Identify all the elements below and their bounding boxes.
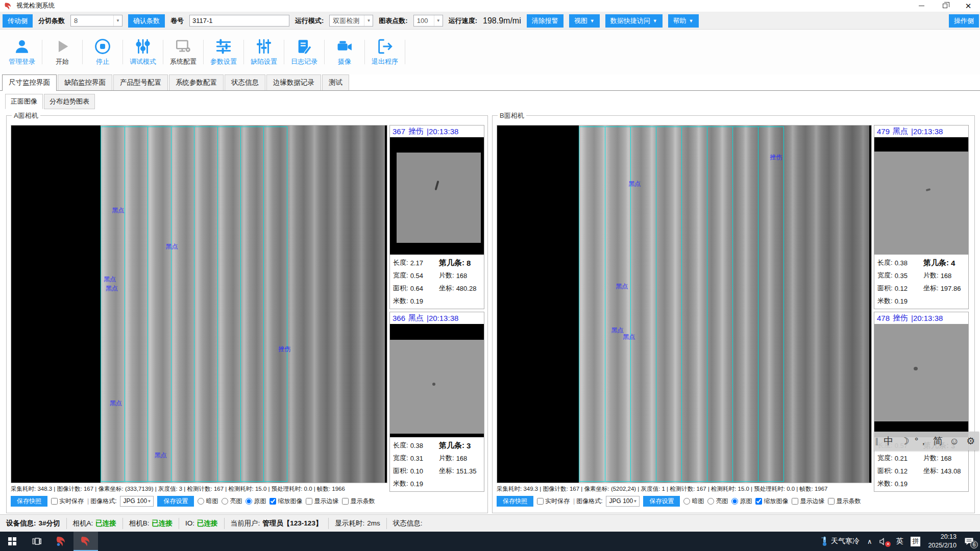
save-settings-button[interactable]: 保存设置 xyxy=(643,496,680,507)
chart-points-value: 100 xyxy=(417,17,428,24)
taskbar-app-vision-system-active[interactable] xyxy=(74,532,98,551)
zoom-image-checkbox[interactable]: 缩放图像 xyxy=(755,497,788,506)
chart-points-select[interactable]: 100 ▼ xyxy=(413,15,443,27)
weather-widget[interactable]: 天气寒冷 xyxy=(821,536,860,546)
image-format-select[interactable]: JPG 100 ▼ xyxy=(606,496,640,507)
defect-stats: 长度:2.17 第几条:8 宽度:0.54 片数:168 面积:0.64 坐标:… xyxy=(390,255,484,309)
main-tabstrip: 尺寸监控界面 缺陷监控界面 产品型号配置 系统参数配置 状态信息 边缘数据记录 … xyxy=(0,74,980,91)
roll-number-input[interactable] xyxy=(189,15,289,27)
stat-coord: 坐标:480.28 xyxy=(439,283,481,294)
defect-settings-button[interactable]: 缺陷设置 xyxy=(244,38,284,66)
capture-button[interactable]: 摄像 xyxy=(325,38,364,66)
strip-count-select[interactable]: 8 ▼ xyxy=(70,15,122,27)
camera-a-defect-cards: 367 挫伤 |20:13:38 长度:2.17 第几条:8 宽度:0.54 片… xyxy=(389,125,484,503)
original-image-radio[interactable]: 原图 xyxy=(731,497,752,506)
view-menu-button[interactable]: 视图 ▼ xyxy=(569,14,600,28)
subtab-trend-chart[interactable]: 分布趋势图表 xyxy=(44,94,95,109)
defect-card[interactable]: 479 黑点 |20:13:38 长度:0.38 第几条:4 宽度:0.35 片… xyxy=(874,125,969,309)
task-view-button[interactable] xyxy=(24,532,49,551)
stat-width: 宽度:0.35 xyxy=(877,270,923,281)
show-strips-checkbox[interactable]: 显示条数 xyxy=(342,497,375,506)
start-button[interactable] xyxy=(0,532,24,551)
taskbar-app-inspection-tool[interactable] xyxy=(49,532,74,551)
tray-expand-chevron-icon[interactable]: ∧ xyxy=(867,538,872,545)
bright-image-radio[interactable]: 亮图 xyxy=(707,497,728,506)
save-settings-button[interactable]: 保存设置 xyxy=(157,496,194,507)
tab-test[interactable]: 测试 xyxy=(322,74,349,90)
start-button[interactable]: 开始 xyxy=(42,38,82,66)
system-config-button[interactable]: 系统配置 xyxy=(163,38,203,66)
image-format-select[interactable]: JPG 100 ▼ xyxy=(120,496,154,507)
minimize-button[interactable] xyxy=(910,0,933,12)
defect-id: 478 xyxy=(877,314,890,322)
subtab-front-image[interactable]: 正面图像 xyxy=(5,94,43,109)
language-indicator[interactable]: 英 xyxy=(896,537,903,546)
stat-area: 面积:0.10 xyxy=(393,465,439,477)
debug-mode-label: 调试模式 xyxy=(130,57,156,66)
slit-detection-box xyxy=(101,127,287,482)
data-quick-access-button[interactable]: 数据快捷访问 ▼ xyxy=(605,14,663,28)
operator-side-button[interactable]: 操作侧 xyxy=(949,14,979,28)
debug-mode-button[interactable]: 调试模式 xyxy=(123,38,163,66)
weather-text: 天气寒冷 xyxy=(831,537,860,546)
realtime-save-checkbox[interactable]: 实时保存 xyxy=(51,497,84,506)
taskbar-clock[interactable]: 20:13 2025/2/10 xyxy=(928,533,957,550)
admin-login-label: 管理登录 xyxy=(9,57,35,66)
run-mode-select[interactable]: 双面检测 ▼ xyxy=(329,15,373,27)
ime-settings-gear-icon[interactable]: ⚙ xyxy=(963,435,979,447)
tab-product-model-config[interactable]: 产品型号配置 xyxy=(113,74,168,90)
defect-card[interactable]: 367 挫伤 |20:13:38 长度:2.17 第几条:8 宽度:0.54 片… xyxy=(389,125,484,309)
close-button[interactable]: ✕ xyxy=(957,0,980,12)
minimize-icon xyxy=(919,6,924,6)
ime-mode-button[interactable]: 中 xyxy=(880,435,897,448)
tab-size-monitor[interactable]: 尺寸监控界面 xyxy=(2,74,57,91)
defect-card-header: 479 黑点 |20:13:38 xyxy=(874,126,968,137)
io-connection: IO:已连接 xyxy=(179,518,225,529)
defect-card[interactable]: 366 黑点 |20:13:38 长度:0.38 第几条:3 宽度:0.31 片… xyxy=(389,312,484,492)
defect-id: 366 xyxy=(393,314,405,322)
tab-edge-data-record[interactable]: 边缘数据记录 xyxy=(266,74,321,90)
help-menu-button[interactable]: 帮助 ▼ xyxy=(668,14,699,28)
ime-grip-handle[interactable]: ∥ xyxy=(874,437,880,446)
stat-area: 面积:0.64 xyxy=(393,283,439,294)
exit-program-button[interactable]: 退出程序 xyxy=(365,38,405,66)
original-image-radio[interactable]: 原图 xyxy=(246,497,266,506)
volume-muted-button[interactable]: ✕ xyxy=(879,538,888,545)
ime-emoji-icon[interactable]: ☺ xyxy=(946,436,963,447)
realtime-save-checkbox[interactable]: 实时保存 xyxy=(537,497,570,506)
show-strips-checkbox[interactable]: 显示条数 xyxy=(828,497,861,506)
ime-indicator[interactable]: 拼 xyxy=(911,537,920,546)
ime-simplified-button[interactable]: 简 xyxy=(929,435,946,448)
camera-b-status-line: 采集耗时: 349.3 | 图像计数: 167 | 像素坐标: (5202,24… xyxy=(497,485,874,493)
restore-button[interactable] xyxy=(933,0,957,12)
ime-punctuation-button[interactable]: °， xyxy=(913,435,929,448)
thermometer-icon xyxy=(821,536,828,546)
stop-button[interactable]: 停止 xyxy=(83,38,122,66)
confirm-strips-button[interactable]: 确认条数 xyxy=(128,14,165,28)
strip-count-label: 分切条数 xyxy=(38,16,65,26)
ime-fullwidth-moon-icon[interactable]: ☽ xyxy=(897,435,913,447)
clear-alarm-button[interactable]: 清除报警 xyxy=(527,14,564,28)
stat-empty xyxy=(923,478,965,489)
strip-divider-line xyxy=(656,127,656,481)
log-record-button[interactable]: 日志记录 xyxy=(284,38,324,66)
dark-image-radio[interactable]: 暗图 xyxy=(683,497,704,506)
defect-card[interactable]: 478 挫伤 |20:13:38 长度:0.57 第几条:3 宽度:0.21 片… xyxy=(874,312,969,492)
show-edge-checkbox[interactable]: 显示边缘 xyxy=(792,497,824,506)
save-snapshot-button[interactable]: 保存快照 xyxy=(11,496,47,507)
tab-defect-monitor[interactable]: 缺陷监控界面 xyxy=(58,74,112,90)
params-settings-button[interactable]: 参数设置 xyxy=(204,38,243,66)
show-edge-checkbox[interactable]: 显示边缘 xyxy=(306,497,338,506)
tab-status-info[interactable]: 状态信息 xyxy=(225,74,265,90)
dark-image-radio[interactable]: 暗图 xyxy=(198,497,218,506)
admin-login-button[interactable]: 管理登录 xyxy=(2,38,42,66)
stop-icon xyxy=(94,38,111,55)
bright-image-radio[interactable]: 亮图 xyxy=(222,497,242,506)
camera-a-panel-title: A面相机 xyxy=(12,111,40,120)
drive-side-button[interactable]: 传动侧 xyxy=(3,14,33,28)
zoom-image-checkbox[interactable]: 缩放图像 xyxy=(270,497,302,506)
action-center-button[interactable]: 6 xyxy=(964,537,974,546)
tab-system-params-config[interactable]: 系统参数配置 xyxy=(169,74,224,90)
save-snapshot-button[interactable]: 保存快照 xyxy=(497,496,533,507)
stat-length: 长度:0.38 xyxy=(877,257,923,268)
